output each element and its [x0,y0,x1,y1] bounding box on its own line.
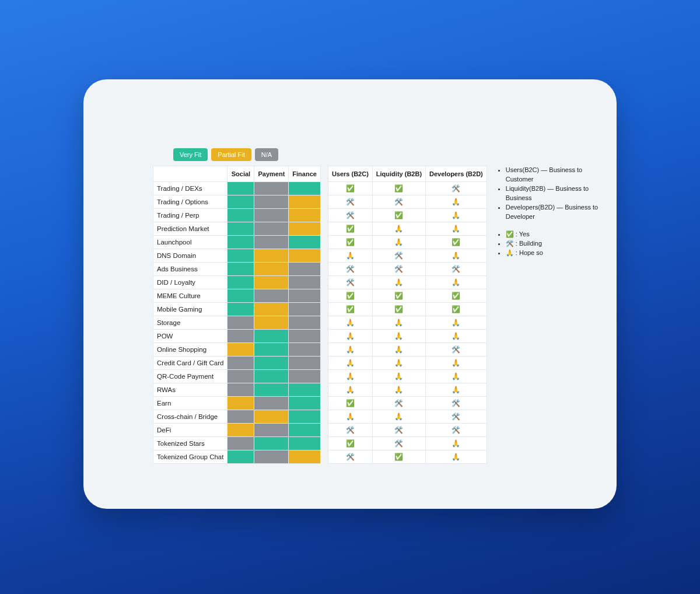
status-cell: 🙏 [426,370,487,383]
fit-cell [228,383,254,397]
fit-cell [254,289,289,303]
status-cell: 🙏 [372,383,425,397]
page-background: Very Fit Partial Fit N/A Social Payment … [0,0,700,594]
fit-cell [254,276,289,289]
status-cell: 🙏 [426,357,487,370]
status-cell: 🙏 [328,383,372,397]
status-cell: 🙏 [372,276,425,289]
blank-header [153,166,228,182]
side-legend: Users(B2C) — Business to Customer Liquid… [498,166,603,265]
status-cell: 🙏 [372,343,425,357]
fit-cell [289,450,321,464]
table-row: Cross-chain / Bridge [153,410,321,424]
table-row: ✅✅✅ [328,289,487,303]
fit-cell [289,276,321,289]
table-row: ✅🛠️🙏 [328,437,487,450]
status-cell: 🙏 [372,370,425,383]
status-cell: 🙏 [372,330,425,343]
fit-cell [228,410,254,424]
fit-cell [254,236,289,249]
fit-cell [289,236,321,249]
fit-cell [289,289,321,303]
row-label: Online Shopping [153,343,228,357]
fit-cell [254,303,289,316]
fit-cell [289,249,321,263]
col-header-finance: Finance [289,166,321,182]
tables-wrapper: Social Payment Finance Trading / DEXsTra… [153,166,487,464]
table-row: MEME Culture [153,289,321,303]
status-cell: ✅ [426,303,487,316]
status-cell: 🛠️ [426,397,487,410]
row-label: Tokenized Stars [153,437,228,450]
fit-matrix-table: Social Payment Finance Trading / DEXsTra… [153,166,321,464]
status-cell: 🙏 [328,316,372,330]
row-label: Mobile Gaming [153,303,228,316]
table-row: Trading / DEXs [153,182,321,195]
fit-cell [254,249,289,263]
fit-cell [289,209,321,222]
audience-legend-item: Users(B2C) — Business to Customer [506,166,603,184]
table-row: 🛠️🛠️🛠️ [328,263,487,276]
row-label: DNS Domain [153,249,228,263]
table-row: 🙏🙏🙏 [328,357,487,370]
fit-cell [228,209,254,222]
fit-cell [228,303,254,316]
status-cell: ✅ [426,289,487,303]
fit-cell [228,316,254,330]
status-cell: 🙏 [328,410,372,424]
fit-cell [254,330,289,343]
fit-cell [228,182,254,195]
table-row: 🛠️✅🙏 [328,209,487,222]
row-label: Prediction Market [153,222,228,236]
audience-legend-item: Liquidity(B2B) — Business to Business [506,184,603,203]
status-cell: 🙏 [426,437,487,450]
status-cell: ✅ [372,289,425,303]
row-label: Trading / Options [153,195,228,209]
status-cell: ✅ [328,222,372,236]
table-row: ✅✅🛠️ [328,182,487,195]
icon-legend-item: ✅ : Yes [506,230,603,239]
table-row: 🛠️🛠️🛠️ [328,424,487,437]
status-cell: 🙏 [372,222,425,236]
fit-cell [228,370,254,383]
col-header-users: Users (B2C) [328,166,372,182]
status-cell: ✅ [328,303,372,316]
content-row: Social Payment Finance Trading / DEXsTra… [153,166,603,464]
status-cell: 🛠️ [426,263,487,276]
table-row: Mobile Gaming [153,303,321,316]
row-label: POW [153,330,228,343]
status-cell: 🛠️ [426,343,487,357]
fit-cell [254,222,289,236]
status-cell: ✅ [372,303,425,316]
row-label: Trading / DEXs [153,182,228,195]
fit-cell [254,397,289,410]
status-cell: 🙏 [328,249,372,263]
status-cell: ✅ [328,397,372,410]
table-row: DNS Domain [153,249,321,263]
fit-cell [254,182,289,195]
row-label: Ads Business [153,263,228,276]
status-cell: ✅ [328,182,372,195]
status-cell: 🛠️ [328,424,372,437]
fit-cell [254,195,289,209]
fit-cell [228,195,254,209]
col-header-liquidity: Liquidity (B2B) [372,166,425,182]
row-label: RWAs [153,383,228,397]
status-cell: 🙏 [372,316,425,330]
status-cell: 🛠️ [328,450,372,464]
fit-cell [289,263,321,276]
fit-cell [228,397,254,410]
table-row: 🛠️🛠️🙏 [328,195,487,209]
table-row: Prediction Market [153,222,321,236]
fit-cell [289,370,321,383]
fit-cell [254,357,289,370]
icon-legend-item: 🛠️ : Building [506,239,603,249]
fit-cell [254,209,289,222]
fit-cell [289,330,321,343]
fit-cell [228,276,254,289]
table-row: Tokenized Group Chat [153,450,321,464]
status-cell: 🙏 [328,357,372,370]
status-cell: 🛠️ [328,209,372,222]
fit-cell [228,357,254,370]
row-label: Trading / Perp [153,209,228,222]
